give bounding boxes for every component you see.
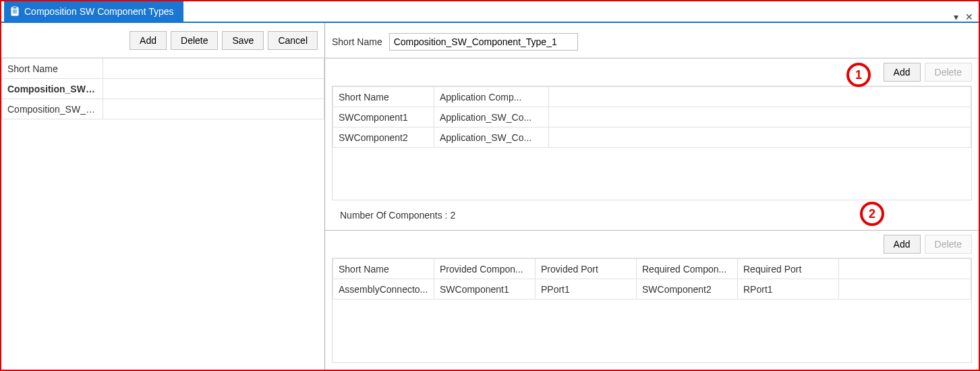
window-controls: ▾ ✕ [954, 12, 973, 22]
left-delete-button[interactable]: Delete [171, 31, 218, 50]
svg-rect-1 [13, 7, 17, 9]
shortname-label: Short Name [332, 36, 382, 47]
table-row[interactable]: Composition_SW_... [2, 79, 324, 99]
components-section: 1 Add Delete Short Name Application Comp… [325, 58, 979, 230]
col-required-port[interactable]: Required Port [738, 259, 839, 279]
connectors-toolbar: Add Delete [325, 231, 979, 258]
col-blank [549, 87, 971, 107]
app-window: Composition SW Component Types ▾ ✕ Add D… [0, 0, 980, 371]
left-toolbar: Add Delete Save Cancel [1, 23, 324, 58]
cell-pcomp: SWComponent1 [434, 279, 536, 299]
col-short-name[interactable]: Short Name [333, 259, 434, 279]
connectors-delete-button[interactable]: Delete [925, 235, 972, 254]
table-header-row: Short Name Provided Compon... Provided P… [333, 259, 971, 279]
table-row[interactable]: AssemblyConnecto... SWComponent1 PPort1 … [333, 279, 971, 299]
left-cancel-button[interactable]: Cancel [268, 31, 318, 50]
connectors-table: Short Name Provided Compon... Provided P… [332, 258, 972, 363]
shortname-input[interactable] [389, 33, 578, 51]
table-row[interactable]: SWComponent2 Application_SW_Co... [333, 127, 971, 148]
cell-type: Application_SW_Co... [434, 127, 549, 148]
cell-pport: PPort1 [536, 279, 637, 299]
cell-name: SWComponent2 [333, 127, 434, 148]
cell-type: Application_SW_Co... [434, 107, 549, 127]
minimize-icon[interactable]: ▾ [954, 12, 958, 22]
clipboard-icon [9, 6, 20, 17]
cell-name: SWComponent1 [333, 107, 434, 127]
col-short-name[interactable]: Short Name [2, 59, 103, 79]
col-short-name[interactable]: Short Name [333, 87, 434, 107]
cell-name: AssemblyConnecto... [333, 279, 434, 299]
col-provided-port[interactable]: Provided Port [536, 259, 637, 279]
left-table: Short Name Composition_SW_... Compositio… [1, 58, 324, 370]
cell-rport: RPort1 [738, 279, 839, 299]
col-required-comp[interactable]: Required Compon... [637, 259, 738, 279]
col-app-comp[interactable]: Application Comp... [434, 87, 549, 107]
table-row[interactable]: SWComponent1 Application_SW_Co... [333, 107, 971, 127]
close-icon[interactable]: ✕ [965, 12, 973, 22]
cell-rcomp: SWComponent2 [637, 279, 738, 299]
components-add-button[interactable]: Add [884, 63, 921, 82]
tab-bar: Composition SW Component Types ▾ ✕ [1, 1, 979, 23]
cell-blank [103, 99, 324, 119]
connectors-section: Add Delete Short Name Provided Compon...… [325, 230, 979, 370]
tab-title: Composition SW Component Types [24, 6, 174, 17]
right-pane: Short Name 1 Add Delete Short Name Appli… [325, 23, 979, 370]
components-count: Number Of Components : 2 2 [325, 200, 979, 230]
left-add-button[interactable]: Add [129, 31, 167, 50]
left-pane: Add Delete Save Cancel Short Name Comp [1, 23, 325, 370]
connectors-add-button[interactable]: Add [884, 235, 921, 254]
col-blank [839, 259, 971, 279]
table-header-row: Short Name [2, 59, 324, 79]
table-header-row: Short Name Application Comp... [333, 87, 971, 107]
col-blank[interactable] [103, 59, 324, 79]
components-table: Short Name Application Comp... SWCompone… [332, 86, 972, 200]
table-row[interactable]: Composition_SW_C... [2, 99, 324, 119]
shortname-row: Short Name [325, 23, 979, 58]
components-toolbar: Add Delete [325, 59, 979, 86]
components-delete-button[interactable]: Delete [925, 63, 972, 82]
tab-composition[interactable]: Composition SW Component Types [4, 1, 183, 22]
annotation-2: 2 [860, 202, 884, 226]
cell-name: Composition_SW_... [2, 79, 103, 99]
annotation-1: 1 [846, 63, 871, 87]
col-provided-comp[interactable]: Provided Compon... [434, 259, 536, 279]
cell-blank [103, 79, 324, 99]
cell-name: Composition_SW_C... [2, 99, 103, 119]
main-split: Add Delete Save Cancel Short Name Comp [1, 23, 979, 370]
left-save-button[interactable]: Save [222, 31, 264, 50]
